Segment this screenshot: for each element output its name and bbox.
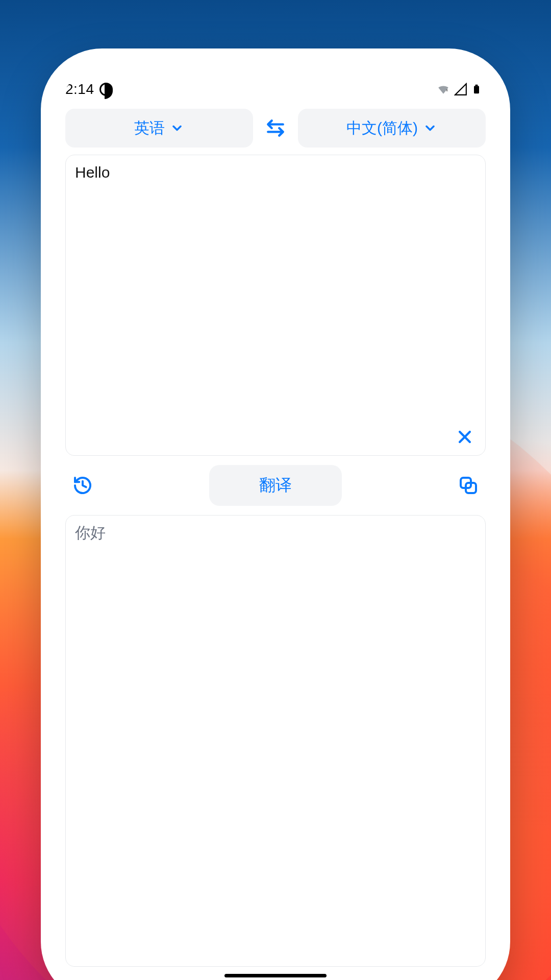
source-language-label: 英语 — [134, 118, 165, 139]
clear-input-button[interactable] — [454, 426, 476, 448]
translate-button-label: 翻译 — [259, 474, 292, 497]
swap-icon — [264, 117, 287, 139]
target-text: 你好 — [75, 523, 476, 543]
source-language-button[interactable]: 英语 — [65, 109, 253, 148]
history-button[interactable] — [68, 471, 97, 500]
phone-screen: 2:14 x — [61, 74, 490, 980]
action-row: 翻译 — [65, 463, 486, 508]
close-icon — [456, 428, 473, 446]
svg-rect-1 — [474, 86, 479, 93]
target-text-panel: 你好 — [65, 515, 486, 967]
svg-text:x: x — [446, 88, 448, 92]
translate-button[interactable]: 翻译 — [209, 465, 342, 506]
swap-languages-button[interactable] — [260, 113, 291, 143]
chevron-down-icon — [423, 121, 437, 135]
battery-icon — [471, 82, 482, 96]
language-selector-row: 英语 中文(简体) — [65, 109, 486, 148]
chevron-down-icon — [170, 121, 184, 135]
svg-rect-2 — [475, 85, 478, 86]
status-bar: 2:14 x — [61, 74, 490, 105]
copy-icon — [458, 475, 479, 496]
target-language-button[interactable]: 中文(简体) — [298, 109, 486, 148]
app-content: 英语 中文(简体) Hello — [61, 105, 490, 980]
source-text[interactable]: Hello — [75, 162, 476, 182]
target-language-label: 中文(简体) — [346, 118, 418, 139]
device-frame: 2:14 x — [41, 48, 510, 980]
copy-button[interactable] — [454, 471, 483, 500]
status-time: 2:14 — [65, 81, 94, 97]
cell-signal-icon — [454, 83, 467, 96]
home-indicator[interactable] — [224, 974, 327, 977]
source-text-panel[interactable]: Hello — [65, 155, 486, 456]
status-app-icon — [99, 83, 113, 96]
history-icon — [72, 475, 93, 496]
wifi-icon: x — [437, 83, 450, 96]
